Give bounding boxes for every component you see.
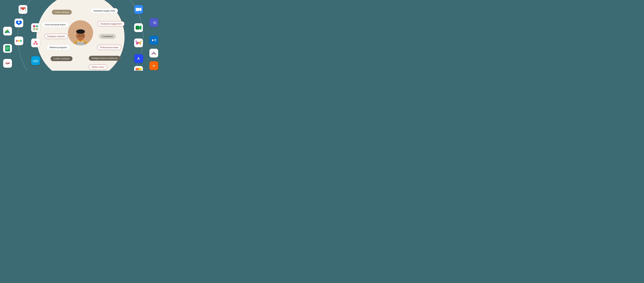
svg-text:T: T	[154, 22, 155, 24]
pill-wellness-programs: Wellness programs	[46, 45, 70, 50]
svg-rect-28	[33, 28, 36, 29]
pill-performance-review: Performance review	[97, 45, 122, 50]
svg-rect-37	[6, 48, 9, 48]
pill-employee-retention: Employee retention	[44, 34, 68, 39]
svg-rect-57	[154, 39, 156, 40]
svg-rect-60	[136, 68, 138, 70]
clickup-icon[interactable]	[149, 49, 158, 57]
google-meet-icon[interactable]	[134, 23, 143, 32]
svg-point-49	[154, 20, 156, 22]
zoom-icon[interactable]	[134, 5, 143, 14]
pill-globalized-supply-chain: Globalized supply chain	[90, 8, 118, 13]
gmail-icon[interactable]	[18, 5, 27, 14]
pill-employee-engagement: Employee engagement	[98, 21, 124, 26]
google-sheets-icon[interactable]	[3, 44, 12, 53]
svg-rect-43	[136, 8, 139, 11]
svg-point-6	[76, 29, 85, 34]
workvivo-icon[interactable]	[134, 38, 143, 47]
svg-rect-39	[6, 49, 8, 50]
arara-icon[interactable]: A	[134, 54, 143, 63]
teams-icon[interactable]: T	[149, 18, 158, 27]
svg-point-30	[33, 43, 35, 45]
svg-point-59	[152, 39, 154, 41]
svg-rect-62	[136, 70, 141, 71]
svg-marker-53	[139, 25, 141, 30]
outlook-icon[interactable]	[149, 36, 158, 45]
monday-icon[interactable]	[14, 36, 23, 45]
salesforce-icon[interactable]: salesforce	[31, 56, 40, 65]
main-scene: Online trainings Globalized supply chain…	[0, 0, 161, 71]
svg-point-19	[18, 40, 20, 42]
pill-worker-stress: Worker stress	[89, 64, 107, 70]
slack-icon[interactable]	[31, 23, 40, 32]
pill-online-trainings: Online trainings	[52, 10, 72, 15]
three-dot-icon[interactable]	[31, 38, 40, 47]
svg-rect-36	[6, 47, 9, 47]
center-person	[68, 20, 93, 45]
svg-point-31	[36, 43, 38, 45]
svg-rect-38	[6, 48, 9, 49]
google-drive-icon[interactable]	[3, 27, 12, 35]
svg-rect-54	[136, 26, 138, 29]
pill-conflict-resolution: Conflict resolution	[51, 56, 72, 61]
pill-multigenerational-workforces: Multigenerational workforces	[89, 56, 120, 61]
svg-point-18	[16, 40, 18, 42]
adp-icon[interactable]: ADP	[3, 59, 12, 68]
svg-marker-44	[139, 7, 141, 11]
svg-rect-26	[36, 25, 38, 27]
svg-rect-22	[33, 26, 36, 27]
svg-text:salesforce: salesforce	[33, 60, 38, 62]
stack-icon[interactable]	[134, 66, 143, 71]
pill-compliance: Compliance	[99, 34, 116, 39]
pill-cross-functional-teams: Cross-functional teams	[42, 22, 68, 27]
svg-point-20	[20, 40, 22, 42]
svg-rect-61	[138, 68, 141, 70]
wps-icon[interactable]: W	[149, 61, 158, 70]
dropbox-icon[interactable]	[14, 18, 23, 27]
svg-rect-35	[5, 45, 10, 51]
svg-point-29	[34, 41, 36, 43]
svg-rect-27	[36, 28, 38, 30]
